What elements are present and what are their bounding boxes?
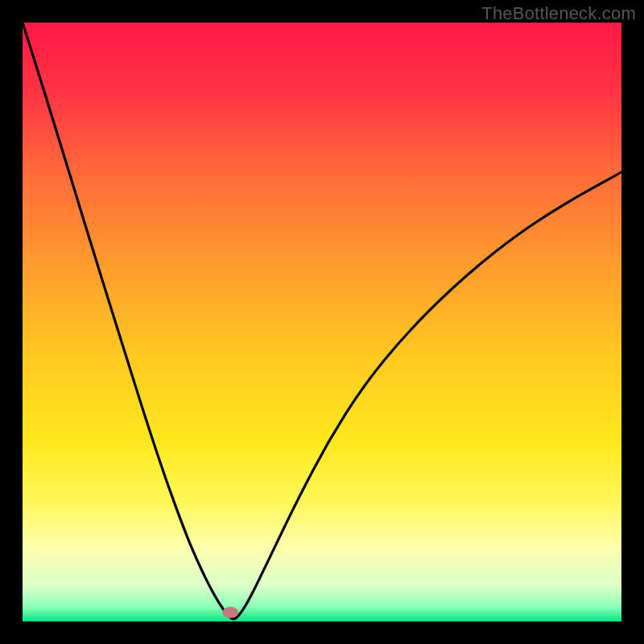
chart-frame: TheBottleneck.com xyxy=(0,0,644,644)
plot-area xyxy=(23,23,621,621)
plot-svg xyxy=(23,23,621,621)
gradient-background xyxy=(23,23,621,621)
optimum-marker xyxy=(222,607,238,618)
watermark-text: TheBottleneck.com xyxy=(481,3,636,24)
